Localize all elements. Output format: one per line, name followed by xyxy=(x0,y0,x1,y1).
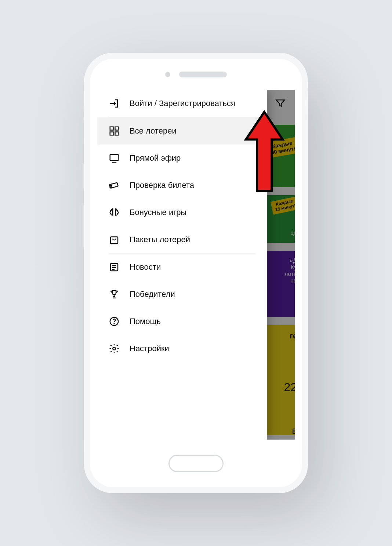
login-icon xyxy=(108,98,120,109)
menu-item-lottery-packs[interactable]: Пакеты лотерей xyxy=(97,226,267,253)
monitor-icon xyxy=(108,152,120,164)
menu-label: Настройки xyxy=(130,344,169,353)
menu-label: Проверка билета xyxy=(130,181,194,190)
phone-home-button xyxy=(168,455,224,472)
svg-point-5 xyxy=(110,185,112,187)
menu-label: Все лотереи xyxy=(130,126,177,136)
menu-label: Помощь xyxy=(130,317,161,326)
brain-icon xyxy=(108,207,120,218)
menu-label: Бонусные игры xyxy=(130,208,186,217)
menu-item-login[interactable]: Войти / Зарегистрироваться xyxy=(97,90,267,117)
phone-mockup: Каждые30 минут! Каждые15 минут! це «Д Ку… xyxy=(84,53,308,493)
menu-item-bonus-games[interactable]: Бонусные игры xyxy=(97,199,267,226)
menu-item-help[interactable]: Помощь xyxy=(97,308,267,335)
phone-camera-dot xyxy=(165,72,170,77)
menu-item-all-lotteries[interactable]: Все лотереи xyxy=(97,117,267,145)
news-icon xyxy=(108,261,120,273)
menu-label: Пакеты лотерей xyxy=(130,235,190,244)
phone-ear-speaker xyxy=(179,72,227,77)
apps-icon xyxy=(108,125,120,137)
help-circle-icon xyxy=(108,316,120,327)
menu-item-live[interactable]: Прямой эфир xyxy=(97,145,267,172)
svg-point-9 xyxy=(114,324,114,324)
menu-label: Победители xyxy=(130,290,175,299)
trophy-icon xyxy=(108,288,120,300)
ticket-icon xyxy=(108,179,120,191)
menu-item-news[interactable]: Новости xyxy=(97,254,267,281)
side-drawer: Войти / Зарегистрироваться Все лотереи xyxy=(97,90,267,440)
phone-speaker-area xyxy=(90,59,302,90)
svg-rect-4 xyxy=(110,154,119,160)
svg-rect-3 xyxy=(115,132,119,135)
svg-rect-2 xyxy=(110,132,113,135)
menu-label: Прямой эфир xyxy=(130,153,181,163)
svg-point-10 xyxy=(113,347,116,350)
menu-item-check-ticket[interactable]: Проверка билета xyxy=(97,172,267,199)
menu-label: Новости xyxy=(130,262,161,272)
settings-icon xyxy=(108,343,120,354)
svg-rect-0 xyxy=(110,127,113,130)
menu-item-settings[interactable]: Настройки xyxy=(97,335,267,362)
svg-rect-1 xyxy=(115,127,119,130)
menu-item-winners[interactable]: Победители xyxy=(97,281,267,308)
app-screen: Каждые30 минут! Каждые15 минут! це «Д Ку… xyxy=(97,90,295,440)
tutorial-arrow xyxy=(242,110,286,196)
shopping-bag-icon xyxy=(108,234,120,245)
phone-home-area xyxy=(90,440,302,487)
menu-label: Войти / Зарегистрироваться xyxy=(130,99,235,108)
